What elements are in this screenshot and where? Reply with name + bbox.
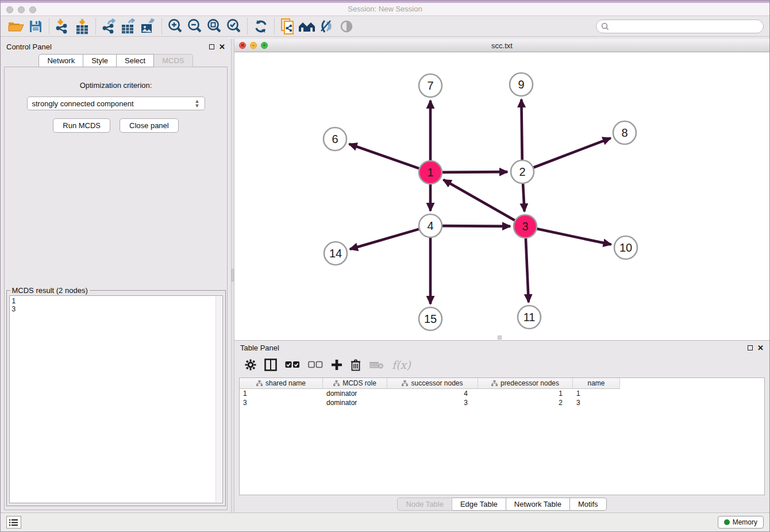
task-history-button[interactable] (6, 516, 21, 529)
search-icon (601, 22, 609, 30)
column-header-label: shared name (265, 379, 306, 387)
tab-style[interactable]: Style (83, 54, 117, 67)
graph-edge-3-1[interactable] (444, 180, 515, 221)
graph-node-1[interactable]: 1 (419, 161, 442, 184)
graph-edge-2-3[interactable] (523, 184, 525, 211)
export-image-icon[interactable] (138, 18, 158, 35)
main-toolbar (1, 16, 769, 37)
network-canvas[interactable]: 7968124314101511 (234, 52, 769, 340)
column-header[interactable]: predecessor nodes (478, 378, 573, 389)
graph-node-15[interactable]: 15 (419, 307, 442, 330)
graph-edge-2-9[interactable] (521, 99, 522, 160)
maximize-window-icon[interactable] (29, 6, 36, 13)
graph-node-label: 8 (621, 126, 627, 139)
graph-edge-4-3[interactable] (442, 226, 510, 226)
criterion-dropdown[interactable]: strongly connected component ▲▼ (27, 97, 205, 110)
import-table-icon[interactable] (72, 18, 92, 35)
column-header-label: name (587, 379, 605, 387)
graph-node-4[interactable]: 4 (419, 214, 442, 237)
search-box[interactable] (596, 20, 764, 33)
zoom-out-icon[interactable] (185, 18, 205, 35)
close-panel-button[interactable]: Close panel (120, 118, 179, 133)
save-session-icon[interactable] (26, 18, 45, 35)
graph-node-7[interactable]: 7 (419, 74, 442, 97)
close-window-icon[interactable] (6, 6, 13, 13)
graph-node-8[interactable]: 8 (613, 121, 636, 144)
table-row[interactable]: 1dominator411 (240, 389, 764, 398)
table-cell: 1 (240, 389, 323, 398)
first-neighbors-icon[interactable] (298, 18, 317, 35)
graph-node-label: 15 (424, 313, 437, 325)
result-scrollbar[interactable] (215, 296, 222, 502)
network-window-titlebar[interactable]: ✕ − + scc.txt (234, 39, 769, 52)
graph-node-label: 2 (519, 165, 525, 178)
zoom-in-icon[interactable] (165, 18, 185, 35)
table-settings-icon[interactable] (245, 359, 256, 371)
table-row[interactable]: 3dominator323 (240, 398, 764, 407)
add-row-icon[interactable] (331, 359, 342, 371)
graph-node-14[interactable]: 14 (324, 242, 347, 265)
tab-motifs[interactable]: Motifs (570, 498, 607, 511)
tab-network[interactable]: Network (38, 54, 83, 67)
column-layout-icon[interactable] (264, 358, 277, 371)
graph-edge-3-11[interactable] (526, 238, 529, 302)
graph-edge-1-6[interactable] (349, 144, 419, 168)
show-graphics-details-icon[interactable] (337, 18, 356, 35)
graph-node-11[interactable]: 11 (518, 306, 541, 329)
graph-node-9[interactable]: 9 (510, 73, 533, 96)
network-window: ✕ − + scc.txt 7968124314101511 (234, 39, 769, 341)
graph-node-10[interactable]: 10 (614, 236, 637, 259)
column-header[interactable]: MCDS role (323, 378, 387, 389)
run-mcds-button[interactable]: Run MCDS (53, 118, 110, 133)
graph-edge-1-2[interactable] (442, 172, 507, 172)
column-header[interactable]: successor nodes (387, 378, 478, 389)
export-table-icon[interactable] (119, 18, 138, 35)
close-panel-icon[interactable]: ✕ (219, 44, 225, 49)
window-controls[interactable] (6, 6, 36, 13)
minimize-window-icon[interactable] (18, 6, 25, 13)
tab-network-table[interactable]: Network Table (506, 498, 570, 511)
graph-edge-2-8[interactable] (534, 138, 611, 167)
refresh-view-icon[interactable] (251, 18, 271, 35)
zoom-fit-icon[interactable] (205, 18, 224, 35)
new-network-from-selection-icon[interactable] (278, 18, 298, 35)
select-all-icon[interactable] (285, 361, 300, 369)
table-tabs: Node Table Edge Table Network Table Moti… (234, 495, 769, 512)
mcds-result-text[interactable]: 1 3 (9, 295, 223, 503)
network-close-icon[interactable]: ✕ (239, 42, 246, 49)
network-window-title: scc.txt (491, 41, 513, 50)
network-maximize-icon[interactable]: + (261, 42, 268, 49)
memory-status-icon (724, 519, 730, 525)
column-header-label: MCDS role (342, 379, 376, 387)
close-table-panel-icon[interactable]: ✕ (757, 345, 764, 350)
tab-edge-table[interactable]: Edge Table (452, 498, 506, 511)
tab-select[interactable]: Select (117, 54, 154, 67)
import-network-icon[interactable] (53, 18, 72, 35)
deselect-all-icon[interactable] (308, 361, 323, 369)
search-input[interactable] (611, 22, 759, 30)
graph-node-3[interactable]: 3 (514, 215, 537, 238)
canvas-scroll-handle[interactable] (498, 336, 502, 340)
graph-edge-4-14[interactable] (350, 229, 419, 249)
float-panel-icon[interactable] (209, 44, 214, 49)
network-graph[interactable]: 7968124314101511 (234, 52, 768, 340)
export-network-icon[interactable] (99, 18, 119, 35)
float-table-panel-icon[interactable] (748, 345, 753, 350)
tab-mcds[interactable]: MCDS (154, 54, 192, 67)
optimization-criterion-label: Optimization criterion: (80, 81, 152, 90)
column-header[interactable]: name (573, 378, 620, 389)
column-header[interactable]: shared name (240, 378, 323, 389)
graph-edge-3-10[interactable] (537, 229, 611, 244)
graph-node-2[interactable]: 2 (511, 160, 534, 183)
memory-button[interactable]: Memory (718, 516, 764, 529)
tab-node-table[interactable]: Node Table (397, 498, 452, 511)
table-cell: 1 (573, 389, 620, 398)
hide-selection-icon[interactable] (317, 18, 337, 35)
network-minimize-icon[interactable]: − (250, 42, 257, 49)
delete-row-icon[interactable] (351, 359, 361, 371)
open-session-icon[interactable] (6, 18, 26, 35)
table-cell: 3 (573, 398, 620, 407)
node-table[interactable]: shared nameMCDS rolesuccessor nodesprede… (239, 377, 765, 495)
zoom-selected-icon[interactable] (224, 18, 244, 35)
graph-node-6[interactable]: 6 (324, 128, 346, 151)
